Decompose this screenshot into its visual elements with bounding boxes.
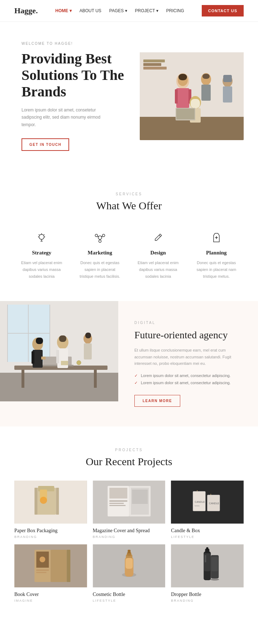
svg-point-34 [99,240,101,243]
project-name-5: Cosmetic Bottle [93,592,166,597]
planning-desc: Donec quis et egestas sapien in placerat… [195,259,239,280]
service-item-design: Design Etiam vel placerat enim dapibus v… [131,230,186,280]
digital-learn-more-button[interactable]: LEARN MORE [134,395,180,407]
svg-line-25 [44,234,44,235]
project-thumb-4 [14,544,87,587]
project-category-4: IMAGINE [14,599,87,602]
design-icon [136,230,180,245]
clients-section: THE CLIENT Our Valuable Clients MWMANGO … [0,624,258,644]
svg-point-41 [216,237,217,238]
hero-text: WELCOME TO HAGGE! Providing Best Solutio… [22,42,140,151]
svg-text:CANDLE: CANDLE [209,502,220,505]
project-card-5[interactable]: Cosmetic Bottle LIFESTYLE [93,544,166,602]
design-desc: Etiam vel placerat enim dapibus varius m… [136,259,180,280]
svg-rect-106 [128,550,130,553]
digital-content: DIGITAL Future-oriented agency Et ullum … [118,301,258,426]
project-category-5: LIFESTYLE [93,599,166,602]
project-card-1[interactable]: Paper Box Packaging BRANDING [14,481,87,539]
digital-label: DIGITAL [134,321,242,325]
projects-section: PROJECTS Our Recent Projects Paper Box P… [0,426,258,624]
svg-line-27 [39,234,39,235]
svg-rect-80 [109,500,127,502]
nav-logo: Hagge. [14,6,38,15]
svg-rect-59 [36,338,43,344]
nav-links: HOME ▾ ABOUT US PAGES ▾ PROJECT ▾ PRICIN… [55,8,184,13]
projects-grid: Paper Box Packaging BRANDING Magazine Co… [14,481,244,602]
project-thumb-6 [171,544,244,587]
contact-button[interactable]: CONTACT US [202,5,244,16]
svg-rect-3 [143,59,165,62]
svg-point-73 [40,497,47,504]
project-category-6: BRANDING [171,599,244,602]
hero-cta-button[interactable]: GET IN TOUCH [22,138,69,151]
project-name-2: Magazine Cover and Spread [93,528,166,534]
hero-desc: Lorem ipsum dolor sit amet, consetetur s… [22,106,115,128]
project-category-1: BRANDING [14,535,87,539]
planning-icon [195,230,239,245]
svg-rect-67 [61,361,68,365]
project-name-3: Candle & Box [171,528,244,534]
services-grid: Strategy Etiam vel placerat enim dapibus… [14,230,244,280]
project-card-3[interactable]: CANDLE luxury CANDLE Candle & Box LIFEST… [171,481,244,539]
project-thumb-3: CANDLE luxury CANDLE [171,481,244,524]
svg-rect-8 [175,89,178,104]
svg-rect-44 [0,373,118,401]
nav-about[interactable]: ABOUT US [80,8,101,13]
svg-rect-95 [51,550,67,582]
svg-line-38 [159,235,161,237]
project-card-2[interactable]: Magazine Cover and Spread BRANDING [93,481,166,539]
digital-list-item-2: ✓Lorem ipsum dolor sit amet, consectetur… [134,381,242,385]
digital-image [0,301,118,426]
project-category-2: BRANDING [93,535,166,539]
services-title: What We Offer [14,200,244,212]
strategy-name: Strategy [20,250,64,256]
project-card-4[interactable]: Book Cover IMAGINE [14,544,87,602]
svg-rect-52 [94,370,97,388]
projects-title: Our Recent Projects [14,455,244,468]
svg-point-116 [211,578,219,581]
nav-pricing[interactable]: PRICING [166,8,184,13]
svg-rect-96 [67,550,70,582]
svg-rect-107 [125,558,133,569]
svg-point-68 [77,361,81,365]
svg-text:CANDLE: CANDLE [195,501,205,503]
project-card-6[interactable]: Dropper Bottle BRANDING [171,544,244,602]
svg-point-31 [98,236,102,239]
project-name-1: Paper Box Packaging [14,528,87,534]
project-thumb-2 [93,481,166,524]
digital-list-item-1: ✓Lorem ipsum dolor sit amet, consectetur… [134,373,242,378]
digital-list: ✓Lorem ipsum dolor sit amet, consectetur… [134,373,242,385]
services-label: SERVICES [14,192,244,196]
svg-rect-11 [178,74,187,80]
svg-point-23 [39,234,44,239]
svg-rect-16 [223,86,232,102]
marketing-desc: Donec quis et egestas sapien in placerat… [78,259,122,280]
project-thumb-1 [14,481,87,524]
planning-name: Planning [195,250,239,256]
project-category-3: LIFESTYLE [171,535,244,539]
svg-rect-63 [59,335,66,342]
nav-project[interactable]: PROJECT ▾ [135,8,158,13]
nav-home[interactable]: HOME ▾ [55,8,71,13]
svg-rect-58 [41,357,46,359]
digital-desc: Et ullum ilsque conclusionemque earn, me… [134,347,242,367]
service-item-strategy: Strategy Etiam vel placerat enim dapibus… [14,230,69,280]
svg-rect-17 [223,75,232,82]
navbar: Hagge. HOME ▾ ABOUT US PAGES ▾ PROJECT ▾… [0,0,258,22]
svg-rect-82 [109,505,125,506]
svg-rect-84 [132,490,148,504]
svg-rect-113 [205,555,206,562]
svg-point-33 [102,234,105,237]
services-section: SERVICES What We Offer Strategy Etiam ve… [0,171,258,301]
svg-point-32 [95,234,97,237]
svg-rect-65 [84,343,92,359]
svg-rect-51 [22,370,24,388]
projects-label: PROJECTS [14,448,244,452]
svg-rect-22 [176,109,195,119]
svg-rect-5 [143,67,167,70]
service-item-planning: Planning Donec quis et egestas sapien in… [189,230,244,280]
svg-rect-75 [56,488,59,515]
nav-pages[interactable]: PAGES ▾ [109,8,127,13]
svg-rect-4 [143,63,161,66]
project-name-6: Dropper Bottle [171,592,244,597]
